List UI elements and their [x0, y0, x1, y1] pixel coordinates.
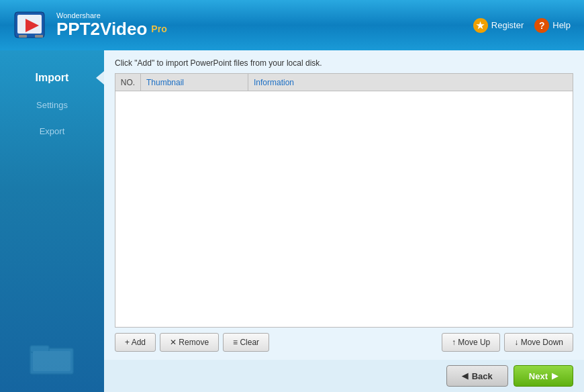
- header-actions: ★ Register ? Help: [473, 18, 571, 33]
- sidebar-item-settings[interactable]: Settings: [0, 92, 104, 118]
- logo: Wondershare PPT2VideoPro: [13, 8, 167, 43]
- app-logo-icon: [13, 8, 48, 43]
- sidebar-item-import[interactable]: Import: [0, 64, 104, 92]
- content-area: Click "Add" to import PowerPoint files f…: [104, 50, 584, 360]
- move-down-button[interactable]: ↓ Move Down: [504, 333, 573, 352]
- add-button[interactable]: + Add: [115, 333, 156, 352]
- register-button[interactable]: ★ Register: [473, 18, 524, 33]
- main-layout: Import Settings Export Click "Add" to im…: [0, 50, 584, 392]
- app-header: Wondershare PPT2VideoPro ★ Register ? He…: [0, 0, 584, 50]
- clear-button[interactable]: ≡ Clear: [223, 333, 269, 352]
- next-button[interactable]: Next ▶: [514, 365, 573, 387]
- right-panel: Click "Add" to import PowerPoint files f…: [104, 50, 584, 392]
- svg-rect-7: [33, 351, 70, 371]
- logo-title: PPT2VideoPro: [56, 19, 167, 39]
- file-table: NO. Thumbnail Information: [115, 73, 573, 328]
- content-hint: Click "Add" to import PowerPoint files f…: [115, 58, 573, 68]
- folder-icon: [29, 339, 76, 379]
- move-up-button[interactable]: ↑ Move Up: [442, 333, 500, 352]
- help-button[interactable]: ? Help: [534, 18, 571, 33]
- sidebar: Import Settings Export: [0, 50, 104, 392]
- help-icon: ?: [534, 18, 549, 33]
- next-arrow-icon: ▶: [552, 371, 558, 381]
- pro-label: Pro: [151, 23, 166, 34]
- table-body[interactable]: [115, 91, 573, 327]
- col-thumbnail: Thumbnail: [141, 74, 248, 91]
- table-header: NO. Thumbnail Information: [115, 74, 573, 91]
- back-button[interactable]: ◀ Back: [446, 365, 508, 387]
- svg-rect-4: [35, 35, 43, 38]
- col-no: NO.: [115, 74, 141, 91]
- back-arrow-icon: ◀: [462, 371, 468, 381]
- action-buttons: + Add ✕ Remove ≡ Clear ↑ Move Up ↓ Move …: [115, 333, 573, 352]
- logo-text: Wondershare PPT2VideoPro: [56, 11, 167, 39]
- sidebar-item-export[interactable]: Export: [0, 118, 104, 144]
- nav-buttons: ◀ Back Next ▶: [104, 360, 584, 392]
- remove-button[interactable]: ✕ Remove: [160, 333, 219, 352]
- svg-rect-3: [19, 35, 27, 38]
- register-icon: ★: [473, 18, 488, 33]
- col-info: Information: [248, 74, 573, 91]
